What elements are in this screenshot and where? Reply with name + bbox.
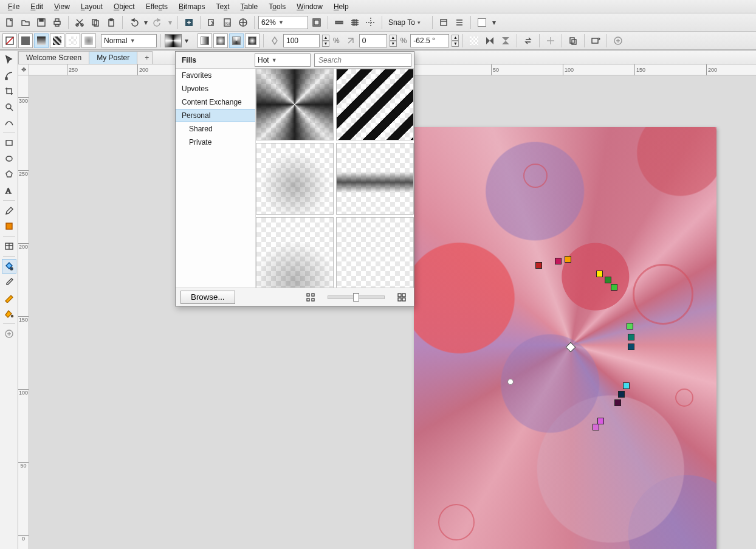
fill-color-dropdown[interactable]: ▾ <box>490 15 498 30</box>
reverse-button[interactable] <box>521 33 535 48</box>
shape-tool[interactable] <box>2 68 16 83</box>
fill-node[interactable] <box>618 391 625 398</box>
conical-fountain-button[interactable] <box>229 33 244 48</box>
tab-my-poster[interactable]: My Poster <box>89 51 137 64</box>
menu-tools[interactable]: Tools <box>264 1 290 12</box>
fill-picker-dropdown[interactable]: ▾ <box>183 33 190 48</box>
zoom-tool[interactable] <box>2 100 16 114</box>
menu-text[interactable]: Text <box>211 1 233 12</box>
redo-button[interactable] <box>151 15 165 30</box>
uniform-transparency-button[interactable] <box>18 33 33 48</box>
slider-knob[interactable] <box>353 293 359 302</box>
cut-button[interactable] <box>72 15 87 30</box>
import-button[interactable] <box>182 15 196 30</box>
menu-table[interactable]: Table <box>236 1 263 12</box>
pick-tool[interactable] <box>2 52 16 67</box>
menu-view[interactable]: View <box>50 1 74 12</box>
no-transparency-button[interactable] <box>2 33 17 48</box>
fills-sort-dropdown[interactable]: Hot ▼ <box>255 54 311 67</box>
cat-shared[interactable]: Shared <box>176 122 255 136</box>
menu-effects[interactable]: Effects <box>142 1 172 12</box>
table-tool[interactable] <box>2 239 16 254</box>
rulers-button[interactable] <box>332 15 346 30</box>
fill-tool[interactable] <box>2 306 16 321</box>
new-doc-button[interactable] <box>2 15 17 30</box>
thumbnail-large-icon[interactable] <box>394 290 409 305</box>
redo-dropdown[interactable]: ▾ <box>167 15 174 30</box>
menu-edit[interactable]: Edit <box>26 1 47 12</box>
interactive-fill-tool[interactable] <box>2 259 16 274</box>
print-button[interactable] <box>50 15 64 30</box>
poster-artwork[interactable] <box>414 127 716 549</box>
cat-favorites[interactable]: Favorites <box>176 69 255 82</box>
freehand-tool[interactable] <box>2 116 16 130</box>
add-preset-button[interactable] <box>611 33 625 48</box>
outline-tool[interactable] <box>2 291 16 305</box>
menu-window[interactable]: Window <box>292 1 327 12</box>
fill-node[interactable] <box>535 262 542 269</box>
app-launcher-button[interactable] <box>452 15 467 30</box>
save-button[interactable] <box>34 15 49 30</box>
ruler-vertical[interactable]: 300 250 200 150 100 50 0 <box>18 75 29 549</box>
open-button[interactable] <box>18 15 33 30</box>
fill-node[interactable] <box>627 323 633 330</box>
eyedropper-tool[interactable] <box>2 275 16 289</box>
options-button[interactable] <box>436 15 451 30</box>
fill-thumb[interactable] <box>336 217 414 288</box>
fill-node[interactable] <box>596 271 603 277</box>
cat-upvotes[interactable]: Upvotes <box>176 82 255 95</box>
mirror-h-button[interactable] <box>483 33 497 48</box>
fill-node[interactable] <box>605 277 611 283</box>
fill-node[interactable] <box>611 284 617 291</box>
merge-mode-dropdown[interactable]: Normal ▼ <box>101 34 157 47</box>
bitmap-transparency-button[interactable] <box>66 33 80 48</box>
transparency-tool[interactable] <box>2 219 16 233</box>
fill-thumb[interactable] <box>256 143 334 215</box>
edit-transparency-button[interactable] <box>588 33 603 48</box>
fill-node[interactable] <box>565 256 571 263</box>
linear-fountain-button[interactable] <box>198 33 212 48</box>
menu-help[interactable]: Help <box>329 1 353 12</box>
zoom-dropdown[interactable]: 62% ▼ <box>258 16 308 29</box>
mirror-v-button[interactable] <box>498 33 513 48</box>
tab-add[interactable]: + <box>137 51 153 64</box>
export-button[interactable] <box>204 15 219 30</box>
fill-node[interactable] <box>628 344 634 350</box>
angle-input[interactable]: -62.5 ° <box>410 34 449 47</box>
fills-search-input[interactable]: Search <box>314 54 411 67</box>
fullscreen-button[interactable] <box>309 15 324 30</box>
fill-picker-swatch[interactable] <box>165 34 182 47</box>
browse-button[interactable]: Browse... <box>180 291 235 304</box>
copy-button[interactable] <box>88 15 103 30</box>
fill-node[interactable] <box>623 382 630 389</box>
publish-pdf-button[interactable]: PDF <box>220 15 235 30</box>
polygon-tool[interactable] <box>2 167 16 182</box>
copy-properties-button[interactable] <box>566 33 580 48</box>
ruler-origin[interactable]: ✥ <box>18 64 29 75</box>
fill-color-button[interactable] <box>475 15 489 30</box>
free-scale-button[interactable] <box>467 33 481 48</box>
texture-transparency-button[interactable] <box>81 33 96 48</box>
fill-thumb[interactable] <box>336 69 414 140</box>
fill-rotation-handle[interactable] <box>507 379 514 385</box>
pattern-transparency-button[interactable] <box>50 33 64 48</box>
drop-shadow-tool[interactable] <box>2 203 16 218</box>
merge-spinner[interactable]: ▲▼ <box>390 35 397 47</box>
menu-file[interactable]: FFileile <box>4 1 24 12</box>
undo-dropdown[interactable]: ▾ <box>142 15 149 30</box>
rectangle-tool[interactable] <box>2 136 16 150</box>
paste-button[interactable] <box>104 15 119 30</box>
grid-button[interactable] <box>348 15 362 30</box>
fill-thumb[interactable] <box>256 217 334 288</box>
merge-input[interactable]: 0 <box>359 34 387 47</box>
guides-button[interactable] <box>363 15 378 30</box>
cat-content-exchange[interactable]: Content Exchange <box>176 95 255 109</box>
text-tool[interactable]: A <box>2 183 16 198</box>
menu-bitmaps[interactable]: Bitmaps <box>174 1 209 12</box>
elliptical-fountain-button[interactable] <box>213 33 228 48</box>
crop-tool[interactable] <box>2 84 16 98</box>
quick-customize-button[interactable] <box>2 326 16 341</box>
fill-thumb[interactable] <box>256 69 334 140</box>
fill-thumb[interactable] <box>336 143 414 215</box>
angle-spinner[interactable]: ▲▼ <box>452 35 459 47</box>
